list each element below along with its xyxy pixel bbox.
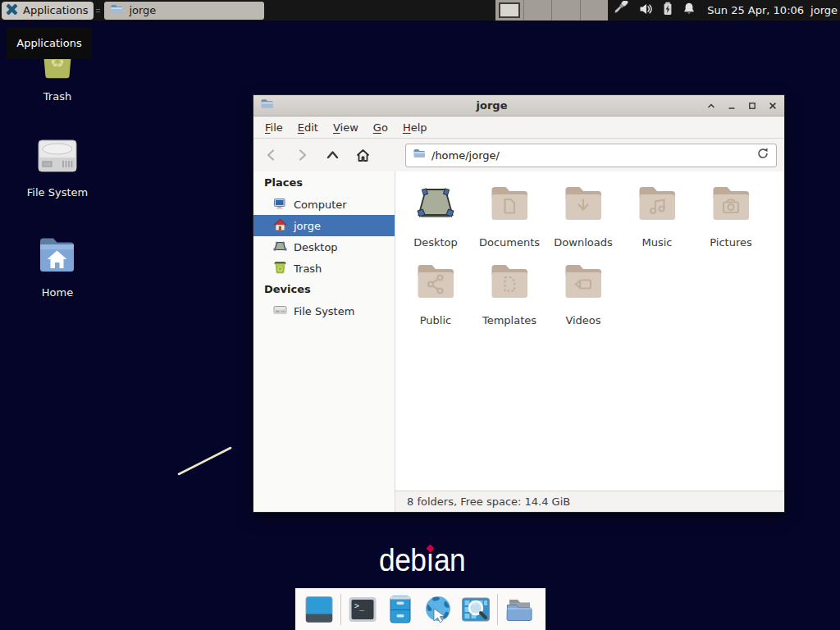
desktop-icon-file-system[interactable]: File System [12, 135, 103, 199]
sidebar-header-devices: Devices [253, 279, 395, 300]
workspace-switcher[interactable] [495, 0, 608, 21]
toolbar: /home/jorge/ [253, 139, 784, 171]
folder-label: Music [642, 236, 673, 249]
window-title: jorge [253, 99, 730, 112]
folder-icon [110, 2, 123, 18]
window-controls [706, 101, 778, 111]
folder-label: Documents [479, 236, 540, 249]
menubar: FileEditViewGoHelp [253, 116, 784, 139]
desktop-icon-label: Home [42, 286, 73, 299]
desktop-icon-label: Trash [43, 90, 71, 103]
sidebar-item-computer[interactable]: Computer [253, 194, 395, 215]
folder-public-icon [416, 261, 455, 304]
desktop: Applications jorge Sun 25 Apr, 10:06 jor… [0, 0, 840, 630]
sidebar: PlacesComputerjorgeDesktopTrashDevicesFi… [253, 171, 395, 512]
sidebar-item-label: Trash [294, 262, 322, 275]
dock-terminal[interactable]: >_ [344, 594, 381, 625]
folder-documents-icon [490, 183, 529, 226]
dock: >_ [295, 588, 546, 630]
desktop16-icon [273, 240, 287, 255]
home-big-icon [36, 234, 79, 280]
menu-edit[interactable]: Edit [291, 118, 325, 137]
file-manager-window: jorge FileEditViewGoHelp /home/jorge/ Pl… [253, 94, 785, 513]
path-bar[interactable]: /home/jorge/ [405, 144, 777, 167]
folder-videos-icon [564, 261, 603, 304]
folder-music[interactable]: Music [620, 183, 694, 261]
panel-handle[interactable] [96, 5, 103, 16]
folder-label: Videos [565, 314, 600, 326]
folder-music-icon [637, 183, 677, 226]
applications-menu-button[interactable]: Applications [2, 2, 94, 20]
folder-documents[interactable]: Documents [472, 183, 546, 261]
desktop-special-icon [416, 183, 455, 226]
folder-public[interactable]: Public [399, 261, 472, 339]
sidebar-item-label: jorge [294, 220, 321, 232]
folder-label: Pictures [710, 236, 751, 249]
menu-file[interactable]: File [258, 118, 290, 137]
folder-label: Public [420, 314, 451, 326]
dock-show-desktop[interactable] [300, 594, 338, 625]
panel-clock[interactable]: Sun 25 Apr, 10:06 [707, 4, 804, 16]
statusbar: 8 folders, Free space: 14.4 GiB [395, 491, 784, 512]
top-panel: Applications jorge Sun 25 Apr, 10:06 jor… [0, 0, 840, 21]
drive-big-icon [37, 135, 78, 180]
folder-templates-icon [490, 261, 529, 304]
taskbar-window-label: jorge [129, 4, 156, 16]
folder-videos[interactable]: Videos [546, 261, 620, 339]
dock-separator [497, 594, 498, 625]
workspace-4[interactable] [581, 0, 609, 21]
dock-dock-folder[interactable] [500, 594, 538, 625]
sidebar-item-label: Computer [294, 199, 347, 211]
statusbar-text: 8 folders, Free space: 14.4 GiB [407, 495, 570, 508]
screwdriver-icon[interactable] [614, 1, 631, 20]
sidebar-item-file-system[interactable]: File System [253, 300, 395, 322]
desktop-icon-home[interactable]: Home [12, 234, 103, 299]
svg-text:>_: >_ [354, 601, 365, 611]
workspace-3[interactable] [552, 0, 581, 21]
drive16-icon [273, 304, 287, 319]
computer16-icon [273, 197, 287, 212]
workspace-2[interactable] [524, 0, 553, 21]
trash16-icon [273, 261, 287, 276]
battery-icon[interactable] [661, 2, 674, 19]
shade-button[interactable] [706, 101, 716, 111]
folder-templates[interactable]: Templates [472, 261, 546, 339]
sidebar-header-places: Places [253, 172, 395, 194]
folder-downloads[interactable]: Downloads [546, 183, 620, 261]
bell-icon[interactable] [682, 2, 696, 19]
forward-button[interactable] [291, 144, 313, 166]
folder-pictures-icon [711, 183, 751, 226]
menu-go[interactable]: Go [367, 118, 395, 137]
sidebar-item-desktop[interactable]: Desktop [253, 236, 395, 258]
folder-label: Templates [482, 314, 536, 326]
sidebar-item-label: Desktop [294, 241, 338, 253]
menu-view[interactable]: View [326, 118, 365, 137]
dock-file-cabinet[interactable] [381, 594, 419, 625]
folder-desktop[interactable]: Desktop [399, 183, 472, 261]
taskbar-window-button[interactable]: jorge [104, 2, 264, 20]
maximize-button[interactable] [747, 101, 757, 111]
minimize-button[interactable] [727, 101, 737, 111]
sidebar-item-trash[interactable]: Trash [253, 258, 395, 279]
menu-help[interactable]: Help [396, 118, 434, 137]
up-button[interactable] [322, 144, 343, 166]
back-button[interactable] [261, 144, 282, 166]
folder-icon [413, 147, 426, 163]
folder-pictures[interactable]: Pictures [694, 183, 768, 261]
reload-icon[interactable] [756, 147, 769, 163]
window-titlebar[interactable]: jorge [253, 95, 784, 116]
applications-menu-label: Applications [23, 4, 88, 16]
dock-web-browser[interactable] [419, 594, 457, 625]
home16-icon [273, 218, 287, 234]
panel-user-label[interactable]: jorge [810, 4, 838, 16]
close-button[interactable] [768, 101, 778, 111]
home-button[interactable] [352, 144, 373, 166]
system-tray [614, 1, 696, 20]
desktop-icon-label: File System [27, 186, 88, 199]
workspace-1[interactable] [495, 0, 524, 21]
dock-app-finder[interactable] [457, 594, 495, 625]
sidebar-item-jorge[interactable]: jorge [253, 215, 395, 236]
volume-icon[interactable] [639, 2, 653, 19]
cursor-artifact [172, 441, 238, 484]
path-text: /home/jorge/ [431, 149, 751, 162]
